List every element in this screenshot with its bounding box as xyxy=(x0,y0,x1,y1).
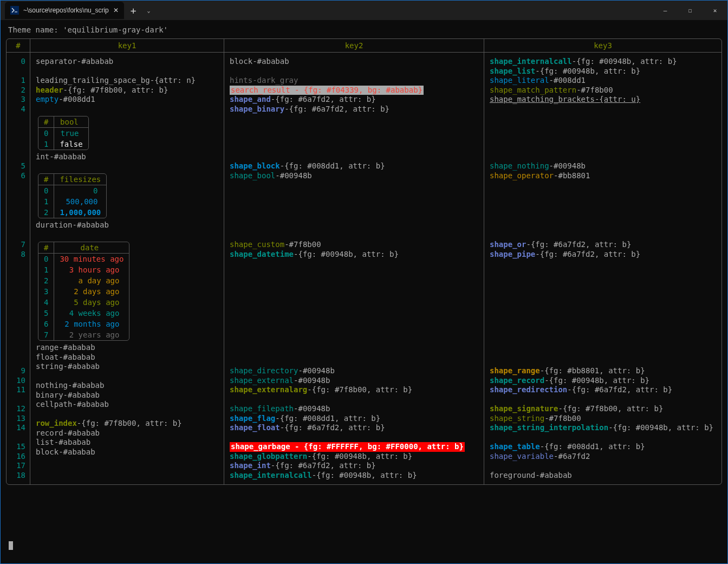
index-column: 0 1234567891011 121314 15161718 xyxy=(6,53,30,484)
header-idx: # xyxy=(6,39,30,52)
key1-column: separator - #ababab leading_trailing_spa… xyxy=(30,53,224,484)
key3-column: shape_internalcall - {fg: #00948b, attr:… xyxy=(484,53,722,484)
theme-table: # key1 key2 key3 0 1234567891011 121314 … xyxy=(6,38,722,485)
theme-name-line: Theme name: 'equilibrium-gray-dark' xyxy=(6,22,722,38)
tab-active[interactable]: ~\source\repos\forks\nu_scrip ✕ xyxy=(5,2,124,19)
tab-title: ~\source\repos\forks\nu_scrip xyxy=(23,7,109,14)
powershell-icon xyxy=(10,6,19,15)
window-controls: — ☐ ✕ xyxy=(653,1,727,20)
tab-dropdown-button[interactable]: ⌄ xyxy=(143,8,155,14)
header-key3: key3 xyxy=(484,39,722,52)
sub-table: #bool0true1false xyxy=(38,116,89,150)
title-bar: ~\source\repos\forks\nu_scrip ✕ + ⌄ — ☐ … xyxy=(1,1,727,20)
header-key2: key2 xyxy=(224,39,484,52)
maximize-button[interactable]: ☐ xyxy=(678,1,703,20)
close-button[interactable]: ✕ xyxy=(703,1,727,20)
sub-table: #filesizes001500,00021,000,000 xyxy=(38,173,107,218)
terminal-content[interactable]: Theme name: 'equilibrium-gray-dark' # ke… xyxy=(1,20,727,487)
table-header-row: # key1 key2 key3 xyxy=(6,39,722,53)
key2-column: block - #ababab hints - dark_graysearch_… xyxy=(224,53,484,484)
close-icon[interactable]: ✕ xyxy=(113,7,119,14)
header-key1: key1 xyxy=(30,39,224,52)
sub-table: #date030 minutes ago13 hours ago2a day a… xyxy=(38,242,129,341)
terminal-cursor xyxy=(9,541,13,550)
new-tab-button[interactable]: + xyxy=(124,5,143,16)
minimize-button[interactable]: — xyxy=(653,1,678,20)
svg-rect-0 xyxy=(10,6,19,15)
table-body: 0 1234567891011 121314 15161718 separato… xyxy=(6,53,722,484)
